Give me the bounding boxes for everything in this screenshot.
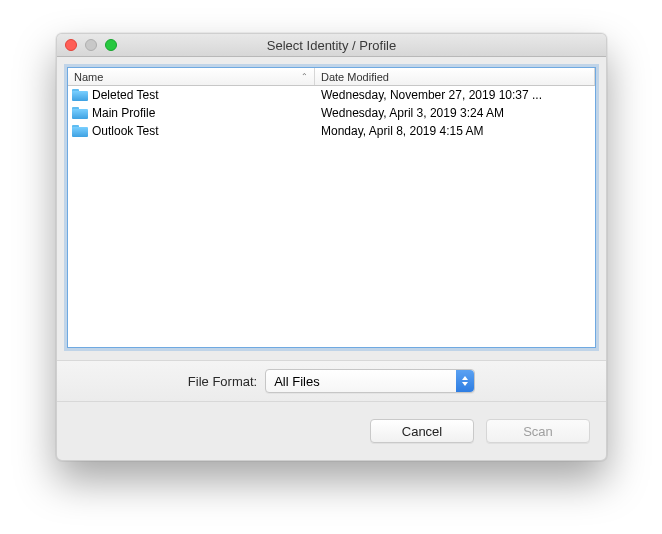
column-header-date[interactable]: Date Modified [315,68,595,85]
file-date: Monday, April 8, 2019 4:15 AM [315,124,591,138]
window-close-button[interactable] [65,39,77,51]
file-rows: Deleted Test Wednesday, November 27, 201… [68,86,595,347]
file-date: Wednesday, November 27, 2019 10:37 ... [315,88,591,102]
window-controls [57,39,117,51]
file-name: Deleted Test [92,88,159,102]
scan-button-label: Scan [523,424,553,439]
file-row[interactable]: Main Profile Wednesday, April 3, 2019 3:… [68,104,595,122]
column-headers: Name ⌃ Date Modified [68,68,595,86]
file-format-label: File Format: [188,374,257,389]
window-zoom-button[interactable] [105,39,117,51]
folder-icon [72,124,88,138]
titlebar: Select Identity / Profile [57,34,606,57]
folder-icon [72,88,88,102]
file-date: Wednesday, April 3, 2019 3:24 AM [315,106,591,120]
column-header-name[interactable]: Name ⌃ [68,68,315,85]
folder-icon [72,106,88,120]
dropdown-arrows-icon [456,370,474,392]
file-list-frame: Name ⌃ Date Modified Deleted Test Wednes… [67,67,596,348]
dialog-window: Select Identity / Profile Name ⌃ Date Mo… [56,33,607,461]
file-format-dropdown[interactable]: All Files [265,369,475,393]
file-name: Outlook Test [92,124,158,138]
window-title: Select Identity / Profile [57,38,606,53]
file-name: Main Profile [92,106,155,120]
column-header-date-label: Date Modified [321,71,389,83]
cancel-button-label: Cancel [402,424,442,439]
sort-ascending-icon: ⌃ [301,72,308,81]
dialog-buttons: Cancel Scan [57,402,606,460]
window-minimize-button [85,39,97,51]
scan-button: Scan [486,419,590,443]
column-header-name-label: Name [74,71,103,83]
file-row[interactable]: Deleted Test Wednesday, November 27, 201… [68,86,595,104]
file-format-value: All Files [274,374,320,389]
file-row[interactable]: Outlook Test Monday, April 8, 2019 4:15 … [68,122,595,140]
file-format-bar: File Format: All Files [57,360,606,402]
cancel-button[interactable]: Cancel [370,419,474,443]
